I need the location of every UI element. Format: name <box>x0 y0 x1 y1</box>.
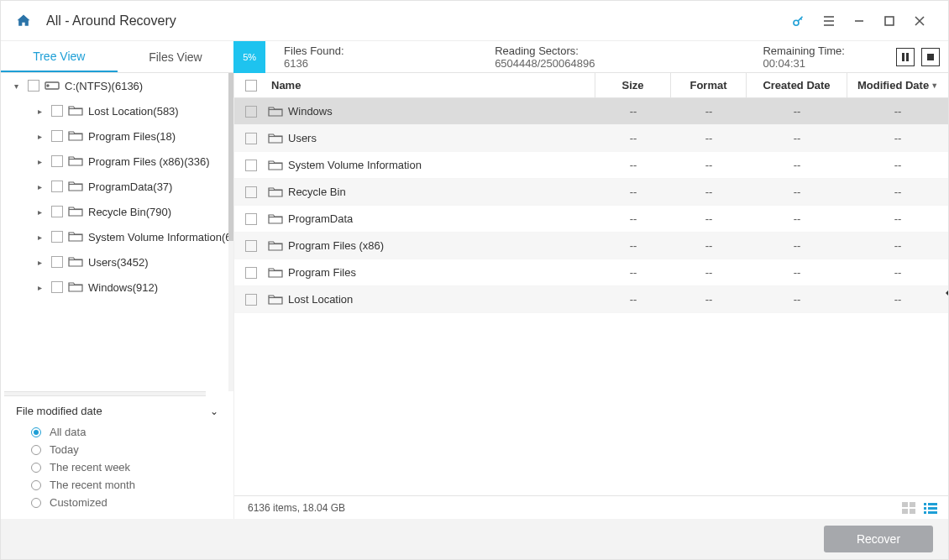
home-icon[interactable] <box>14 12 33 30</box>
key-icon[interactable] <box>784 6 814 36</box>
chevron-right-icon[interactable]: ▸ <box>38 283 46 292</box>
list-view-icon[interactable] <box>923 502 938 514</box>
tree-item[interactable]: ▸Windows(912) <box>1 275 233 300</box>
folder-icon <box>268 160 283 171</box>
folder-icon <box>268 133 283 144</box>
radio[interactable] <box>31 463 41 473</box>
radio[interactable] <box>31 445 41 455</box>
chevron-right-icon[interactable]: ▸ <box>38 233 46 242</box>
radio[interactable] <box>31 427 41 437</box>
tree-item-label: Lost Location(583) <box>88 105 179 118</box>
row-checkbox[interactable] <box>234 106 268 118</box>
filter-option[interactable]: All data <box>31 426 203 438</box>
filter-option[interactable]: Today <box>31 443 203 456</box>
column-modified[interactable]: Modified Date ▼ <box>847 73 948 97</box>
chevron-down-icon[interactable]: ▾ <box>14 81 23 91</box>
grid-view-icon[interactable] <box>901 502 916 514</box>
row-checkbox[interactable] <box>234 294 268 306</box>
minimize-button[interactable] <box>844 6 874 36</box>
tree: ▾ C:(NTFS)(6136) ▸Lost Location(583)▸Pro… <box>1 73 233 391</box>
pause-button[interactable] <box>896 48 915 66</box>
row-created: -- <box>747 266 847 279</box>
tree-item[interactable]: ▸Program Files(18) <box>1 123 233 149</box>
table-row[interactable]: System Volume Information-------- <box>234 152 948 179</box>
row-created: -- <box>747 159 847 171</box>
table-row[interactable]: Windows-------- <box>234 98 948 125</box>
row-format: -- <box>671 212 747 225</box>
filter-option[interactable]: Customized <box>31 496 203 509</box>
checkbox[interactable] <box>51 130 63 142</box>
folder-icon <box>268 213 283 225</box>
column-created[interactable]: Created Date <box>747 73 847 97</box>
svg-rect-31 <box>902 509 908 514</box>
svg-rect-35 <box>924 507 926 510</box>
table-row[interactable]: Users-------- <box>234 125 948 152</box>
recover-button[interactable]: Recover <box>824 526 933 552</box>
select-all-checkbox[interactable] <box>234 80 268 92</box>
menu-icon[interactable] <box>814 6 844 36</box>
chevron-right-icon[interactable]: ▸ <box>38 207 46 217</box>
filter-header[interactable]: File modified date ⌄ <box>16 405 218 417</box>
column-format[interactable]: Format <box>671 73 747 97</box>
progress-badge: 5% <box>233 41 265 73</box>
table-row[interactable]: Lost Location-------- <box>234 286 948 313</box>
chevron-right-icon[interactable]: ▸ <box>38 258 46 267</box>
checkbox[interactable] <box>51 231 63 243</box>
row-checkbox[interactable] <box>234 133 268 144</box>
tree-item[interactable]: ▸ProgramData(37) <box>1 174 233 199</box>
close-button[interactable] <box>904 6 935 36</box>
checkbox[interactable] <box>51 181 63 192</box>
chevron-right-icon[interactable]: ▸ <box>38 107 46 116</box>
checkbox[interactable] <box>51 256 63 268</box>
checkbox[interactable] <box>51 206 63 217</box>
row-checkbox[interactable] <box>234 240 268 252</box>
row-created: -- <box>747 132 847 144</box>
chevron-right-icon[interactable]: ▸ <box>38 157 46 166</box>
radio[interactable] <box>31 498 41 508</box>
filter-option-label: The recent week <box>50 461 130 474</box>
table-row[interactable]: Program Files (x86)-------- <box>234 233 948 259</box>
table-row[interactable]: Program Files-------- <box>234 259 948 286</box>
row-checkbox[interactable] <box>234 186 268 198</box>
folder-icon <box>268 106 283 118</box>
titlebar: All - Around Recovery <box>1 1 948 41</box>
row-size: -- <box>595 132 671 144</box>
checkbox[interactable] <box>51 105 63 117</box>
row-modified: -- <box>847 239 948 252</box>
table-row[interactable]: ProgramData-------- <box>234 206 948 233</box>
row-modified: -- <box>847 212 948 225</box>
checkbox[interactable] <box>51 281 63 293</box>
row-name: Lost Location <box>268 293 595 306</box>
sort-desc-icon: ▼ <box>931 81 938 90</box>
content: Name Size Format Created Date Modified D… <box>234 73 948 519</box>
radio[interactable] <box>31 480 41 490</box>
tree-scrollbar[interactable] <box>228 73 233 391</box>
tree-item[interactable]: ▸System Volume Information(6 <box>1 224 233 249</box>
svg-rect-5 <box>885 17 894 25</box>
tab-files-view[interactable]: Files View <box>118 41 234 72</box>
row-checkbox[interactable] <box>234 160 268 171</box>
column-headers: Name Size Format Created Date Modified D… <box>234 73 948 98</box>
stop-button[interactable] <box>921 48 940 66</box>
tree-item[interactable]: ▸Recycle Bin(790) <box>1 199 233 224</box>
checkbox[interactable] <box>28 80 39 92</box>
table-row[interactable]: Recycle Bin-------- <box>234 179 948 206</box>
row-modified: -- <box>847 132 948 144</box>
tree-item[interactable]: ▸Lost Location(583) <box>1 98 233 123</box>
row-checkbox[interactable] <box>234 267 268 279</box>
column-size[interactable]: Size <box>595 73 671 97</box>
chevron-right-icon[interactable]: ▸ <box>38 132 46 141</box>
column-name[interactable]: Name <box>268 73 595 97</box>
maximize-button[interactable] <box>874 6 904 36</box>
tree-root[interactable]: ▾ C:(NTFS)(6136) <box>1 73 233 98</box>
reading-sectors: Reading Sectors: 6504448/250064896 <box>495 44 687 70</box>
row-checkbox[interactable] <box>234 213 268 225</box>
tab-tree-view[interactable]: Tree View <box>1 41 118 72</box>
filter-option[interactable]: The recent month <box>31 479 203 491</box>
tree-item[interactable]: ▸Program Files (x86)(336) <box>1 149 233 174</box>
filter-option[interactable]: The recent week <box>31 461 203 474</box>
expand-panel-caret[interactable] <box>946 288 949 298</box>
chevron-right-icon[interactable]: ▸ <box>38 182 46 191</box>
tree-item[interactable]: ▸Users(3452) <box>1 249 233 275</box>
checkbox[interactable] <box>51 155 63 167</box>
